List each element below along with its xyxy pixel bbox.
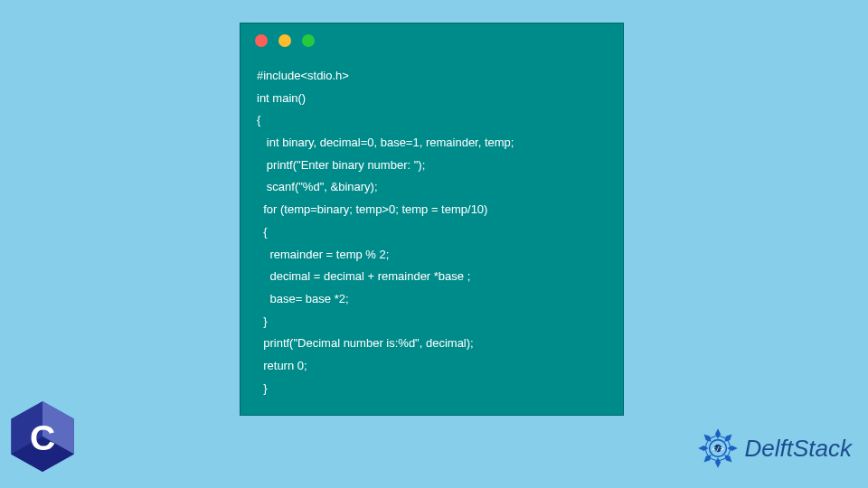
svg-text:C: C: [30, 418, 55, 457]
code-line: {: [257, 113, 260, 127]
code-line: printf("Decimal number is:%d", decimal);: [257, 336, 474, 350]
close-dot-icon: [255, 34, 268, 47]
code-line: printf("Enter binary number: ");: [257, 158, 425, 172]
code-window: #include<stdio.h> int main() { int binar…: [240, 23, 624, 416]
brand-name: DelftStack: [745, 435, 853, 463]
mandala-icon: </>: [694, 425, 741, 472]
code-line: int main(): [257, 91, 306, 105]
c-language-logo-icon: C: [11, 401, 74, 472]
svg-text:</>: </>: [712, 445, 724, 453]
code-line: int binary, decimal=0, base=1, remainder…: [257, 136, 514, 149]
code-line: scanf("%d", &binary);: [257, 180, 378, 193]
maximize-dot-icon: [302, 34, 315, 47]
code-line: remainder = temp % 2;: [257, 248, 389, 261]
code-line: {: [257, 225, 268, 239]
code-line: #include<stdio.h>: [257, 69, 349, 82]
code-line: }: [257, 314, 268, 328]
code-content: #include<stdio.h> int main() { int binar…: [241, 58, 623, 407]
code-line: decimal = decimal + remainder *base ;: [257, 269, 470, 283]
window-controls: [241, 23, 623, 58]
minimize-dot-icon: [278, 34, 291, 47]
code-line: }: [257, 381, 268, 395]
code-line: for (temp=binary; temp>0; temp = temp/10…: [257, 202, 487, 216]
delftstack-logo: </> DelftStack: [694, 425, 853, 472]
code-line: base= base *2;: [257, 292, 349, 305]
code-line: return 0;: [257, 359, 307, 372]
